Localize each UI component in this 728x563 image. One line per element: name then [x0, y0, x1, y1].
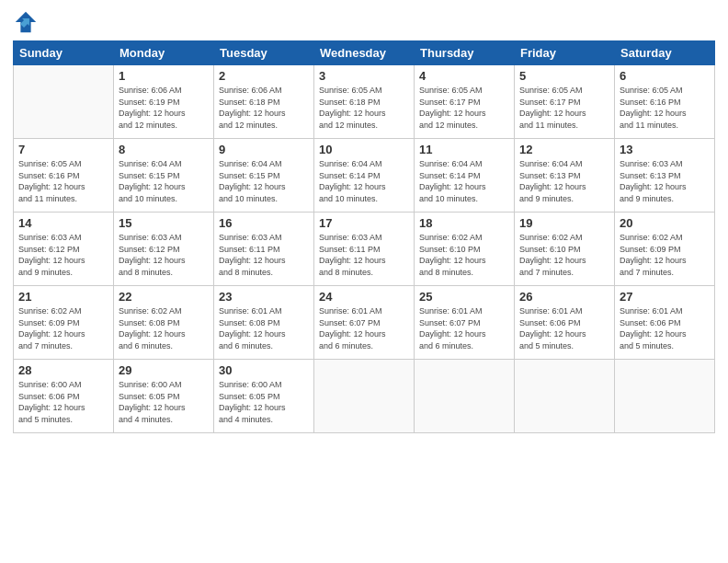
day-detail: Sunrise: 6:03 AM Sunset: 6:11 PM Dayligh…: [219, 232, 309, 278]
calendar-table: SundayMondayTuesdayWednesdayThursdayFrid…: [13, 40, 715, 433]
day-detail: Sunrise: 6:02 AM Sunset: 6:10 PM Dayligh…: [419, 232, 509, 278]
calendar-cell: [415, 360, 515, 433]
day-detail: Sunrise: 6:04 AM Sunset: 6:14 PM Dayligh…: [319, 158, 409, 204]
calendar-cell: 11Sunrise: 6:04 AM Sunset: 6:14 PM Dayli…: [415, 139, 515, 213]
day-detail: Sunrise: 6:03 AM Sunset: 6:12 PM Dayligh…: [119, 232, 209, 278]
day-detail: Sunrise: 6:00 AM Sunset: 6:06 PM Dayligh…: [18, 379, 108, 425]
day-detail: Sunrise: 6:04 AM Sunset: 6:15 PM Dayligh…: [119, 158, 209, 204]
day-number: 9: [219, 143, 309, 156]
calendar-header-friday: Friday: [515, 41, 615, 65]
day-number: 30: [219, 363, 309, 377]
calendar-header-tuesday: Tuesday: [214, 41, 314, 65]
day-number: 5: [519, 69, 609, 83]
calendar-week-1: 7Sunrise: 6:05 AM Sunset: 6:16 PM Daylig…: [14, 139, 715, 213]
calendar-header-monday: Monday: [114, 41, 214, 65]
day-number: 10: [319, 143, 409, 156]
calendar-cell: 28Sunrise: 6:00 AM Sunset: 6:06 PM Dayli…: [14, 360, 114, 433]
calendar-header-saturday: Saturday: [615, 41, 715, 65]
calendar-cell: 9Sunrise: 6:04 AM Sunset: 6:15 PM Daylig…: [214, 139, 314, 213]
day-detail: Sunrise: 6:01 AM Sunset: 6:06 PM Dayligh…: [620, 305, 710, 351]
calendar-cell: [314, 360, 415, 433]
day-detail: Sunrise: 6:05 AM Sunset: 6:16 PM Dayligh…: [620, 85, 710, 131]
day-detail: Sunrise: 6:02 AM Sunset: 6:09 PM Dayligh…: [18, 305, 108, 351]
calendar-cell: 2Sunrise: 6:06 AM Sunset: 6:18 PM Daylig…: [214, 65, 314, 139]
calendar-week-4: 28Sunrise: 6:00 AM Sunset: 6:06 PM Dayli…: [14, 360, 715, 433]
day-number: 2: [219, 69, 309, 83]
calendar-cell: 14Sunrise: 6:03 AM Sunset: 6:12 PM Dayli…: [14, 213, 114, 286]
day-number: 18: [419, 216, 509, 230]
day-detail: Sunrise: 6:04 AM Sunset: 6:15 PM Dayligh…: [219, 158, 309, 204]
calendar-cell: 7Sunrise: 6:05 AM Sunset: 6:16 PM Daylig…: [14, 139, 114, 213]
day-detail: Sunrise: 6:05 AM Sunset: 6:18 PM Dayligh…: [319, 85, 409, 131]
calendar-cell: 12Sunrise: 6:04 AM Sunset: 6:13 PM Dayli…: [515, 139, 615, 213]
day-number: 8: [119, 143, 209, 156]
day-detail: Sunrise: 6:04 AM Sunset: 6:13 PM Dayligh…: [519, 158, 609, 204]
day-number: 22: [119, 290, 209, 304]
calendar-cell: 25Sunrise: 6:01 AM Sunset: 6:07 PM Dayli…: [415, 286, 515, 360]
header: [13, 9, 715, 35]
calendar-cell: 30Sunrise: 6:00 AM Sunset: 6:05 PM Dayli…: [214, 360, 314, 433]
calendar-cell: 18Sunrise: 6:02 AM Sunset: 6:10 PM Dayli…: [415, 213, 515, 286]
page: SundayMondayTuesdayWednesdayThursdayFrid…: [0, 0, 728, 563]
day-detail: Sunrise: 6:01 AM Sunset: 6:07 PM Dayligh…: [419, 305, 509, 351]
day-number: 15: [119, 216, 209, 230]
day-detail: Sunrise: 6:03 AM Sunset: 6:11 PM Dayligh…: [319, 232, 409, 278]
day-detail: Sunrise: 6:00 AM Sunset: 6:05 PM Dayligh…: [119, 379, 209, 425]
day-detail: Sunrise: 6:05 AM Sunset: 6:16 PM Dayligh…: [18, 158, 108, 204]
day-number: 19: [519, 216, 609, 230]
day-number: 25: [419, 290, 509, 304]
calendar-cell: 16Sunrise: 6:03 AM Sunset: 6:11 PM Dayli…: [214, 213, 314, 286]
day-number: 27: [620, 290, 710, 304]
day-number: 7: [18, 143, 108, 156]
day-number: 29: [119, 363, 209, 377]
day-number: 24: [319, 290, 409, 304]
day-detail: Sunrise: 6:06 AM Sunset: 6:18 PM Dayligh…: [219, 85, 309, 131]
calendar-cell: [14, 65, 114, 139]
calendar-cell: 13Sunrise: 6:03 AM Sunset: 6:13 PM Dayli…: [615, 139, 715, 213]
day-number: 11: [419, 143, 509, 156]
calendar-cell: 27Sunrise: 6:01 AM Sunset: 6:06 PM Dayli…: [615, 286, 715, 360]
calendar-week-2: 14Sunrise: 6:03 AM Sunset: 6:12 PM Dayli…: [14, 213, 715, 286]
logo: [13, 9, 40, 35]
day-number: 1: [119, 69, 209, 83]
day-number: 3: [319, 69, 409, 83]
calendar-header-row: SundayMondayTuesdayWednesdayThursdayFrid…: [14, 41, 715, 65]
day-number: 16: [219, 216, 309, 230]
calendar-cell: 21Sunrise: 6:02 AM Sunset: 6:09 PM Dayli…: [14, 286, 114, 360]
day-number: 21: [18, 290, 108, 304]
day-number: 13: [620, 143, 710, 156]
calendar-cell: 23Sunrise: 6:01 AM Sunset: 6:08 PM Dayli…: [214, 286, 314, 360]
day-detail: Sunrise: 6:02 AM Sunset: 6:08 PM Dayligh…: [119, 305, 209, 351]
calendar-cell: 4Sunrise: 6:05 AM Sunset: 6:17 PM Daylig…: [415, 65, 515, 139]
day-number: 4: [419, 69, 509, 83]
calendar-cell: 3Sunrise: 6:05 AM Sunset: 6:18 PM Daylig…: [314, 65, 415, 139]
day-detail: Sunrise: 6:03 AM Sunset: 6:12 PM Dayligh…: [18, 232, 108, 278]
calendar-cell: 26Sunrise: 6:01 AM Sunset: 6:06 PM Dayli…: [515, 286, 615, 360]
calendar-week-3: 21Sunrise: 6:02 AM Sunset: 6:09 PM Dayli…: [14, 286, 715, 360]
calendar-week-0: 1Sunrise: 6:06 AM Sunset: 6:19 PM Daylig…: [14, 65, 715, 139]
day-detail: Sunrise: 6:03 AM Sunset: 6:13 PM Dayligh…: [620, 158, 710, 204]
calendar-cell: 29Sunrise: 6:00 AM Sunset: 6:05 PM Dayli…: [114, 360, 214, 433]
day-number: 28: [18, 363, 108, 377]
day-detail: Sunrise: 6:06 AM Sunset: 6:19 PM Dayligh…: [119, 85, 209, 131]
calendar-cell: 1Sunrise: 6:06 AM Sunset: 6:19 PM Daylig…: [114, 65, 214, 139]
day-detail: Sunrise: 6:02 AM Sunset: 6:09 PM Dayligh…: [620, 232, 710, 278]
day-detail: Sunrise: 6:01 AM Sunset: 6:08 PM Dayligh…: [219, 305, 309, 351]
calendar-cell: 19Sunrise: 6:02 AM Sunset: 6:10 PM Dayli…: [515, 213, 615, 286]
calendar-header-sunday: Sunday: [14, 41, 114, 65]
calendar-cell: 20Sunrise: 6:02 AM Sunset: 6:09 PM Dayli…: [615, 213, 715, 286]
calendar-cell: [615, 360, 715, 433]
calendar-cell: 5Sunrise: 6:05 AM Sunset: 6:17 PM Daylig…: [515, 65, 615, 139]
day-detail: Sunrise: 6:01 AM Sunset: 6:06 PM Dayligh…: [519, 305, 609, 351]
day-number: 14: [18, 216, 108, 230]
day-number: 6: [620, 69, 710, 83]
day-detail: Sunrise: 6:05 AM Sunset: 6:17 PM Dayligh…: [519, 85, 609, 131]
day-number: 17: [319, 216, 409, 230]
day-number: 23: [219, 290, 309, 304]
calendar-cell: 6Sunrise: 6:05 AM Sunset: 6:16 PM Daylig…: [615, 65, 715, 139]
day-number: 12: [519, 143, 609, 156]
day-number: 20: [620, 216, 710, 230]
day-detail: Sunrise: 6:02 AM Sunset: 6:10 PM Dayligh…: [519, 232, 609, 278]
day-detail: Sunrise: 6:04 AM Sunset: 6:14 PM Dayligh…: [419, 158, 509, 204]
calendar-cell: 22Sunrise: 6:02 AM Sunset: 6:08 PM Dayli…: [114, 286, 214, 360]
